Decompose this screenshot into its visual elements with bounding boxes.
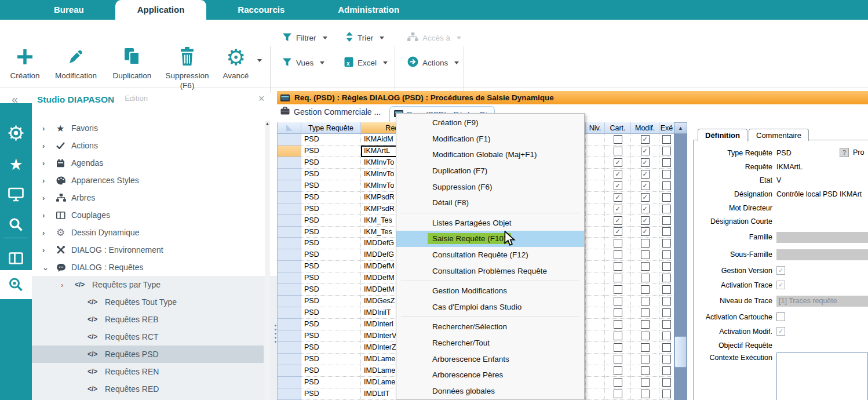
checkbox-modif[interactable] (641, 355, 650, 363)
cell-exe[interactable] (659, 157, 674, 169)
checkbox-modif[interactable] (641, 343, 650, 352)
table-scrollbar[interactable]: ▲ (674, 122, 687, 400)
checkbox-exe[interactable] (662, 193, 671, 202)
checkbox-modif[interactable] (641, 239, 650, 248)
cell-niv[interactable] (586, 249, 605, 261)
checkbox-modif[interactable] (641, 170, 650, 179)
checkbox-cart[interactable] (614, 239, 622, 248)
cell-cart[interactable] (605, 169, 631, 180)
scroll-up-icon[interactable]: ▲ (674, 122, 687, 134)
cell-niv[interactable] (586, 307, 605, 319)
cell-type-requete[interactable]: PSD (301, 203, 361, 215)
row-selector[interactable] (278, 157, 301, 169)
cell-type-requete[interactable]: PSD (301, 157, 361, 169)
checkbox-modif[interactable] (641, 332, 650, 340)
cell-type-requete[interactable]: PSD (301, 377, 361, 388)
cell-exe[interactable] (659, 146, 674, 157)
cell-modif[interactable] (631, 307, 659, 319)
checkbox-exe[interactable] (662, 390, 671, 398)
cell-type-requete[interactable]: PSD (301, 296, 361, 307)
cell-niv[interactable] (586, 157, 605, 169)
chevron-right-icon[interactable]: › (32, 281, 75, 289)
cell-modif[interactable] (631, 272, 659, 284)
column-header-cart[interactable]: Cart. (605, 122, 631, 134)
cell-niv[interactable] (586, 365, 605, 377)
cell-exe[interactable] (659, 284, 674, 296)
cell-cart[interactable] (605, 215, 631, 227)
cell-cart[interactable] (605, 307, 631, 319)
menu-item-arborescence-peres[interactable]: Arborescence Pères (396, 367, 584, 383)
chevron-right-icon[interactable]: › (32, 176, 56, 185)
actions-button[interactable]: Actions (407, 56, 459, 69)
menu-item-consultation-problemes-requete[interactable]: Consultation Problèmes Requête (396, 263, 584, 279)
modification-button[interactable]: Modification (48, 44, 104, 81)
checkbox-cart[interactable] (614, 355, 622, 363)
cell-exe[interactable] (659, 215, 674, 227)
cell-niv[interactable] (586, 354, 605, 365)
trier-button[interactable]: Trier (345, 31, 384, 44)
rail-search-location-icon[interactable] (0, 270, 32, 299)
column-header-niv[interactable]: Niv. (586, 122, 605, 134)
checkbox-exe[interactable] (662, 250, 671, 259)
menu-item-modification-globale-maj-f1[interactable]: Modification Globale (Maj+F1) (396, 147, 584, 163)
checkbox-cart[interactable] (614, 274, 622, 282)
checkbox-exe[interactable] (662, 216, 671, 225)
menu-item-listes-partagees-objet[interactable]: Listes Partagées Objet (396, 215, 584, 231)
checkbox-cart[interactable] (614, 308, 622, 317)
sidebar-item-dialog-environnement[interactable]: › DIALOG : Environnement (32, 241, 264, 259)
chevron-right-icon[interactable]: › (32, 141, 56, 150)
cell-exe[interactable] (659, 388, 674, 400)
sidebar-item-requetes-ren[interactable]: </> Requêtes REN (32, 363, 264, 380)
cell-type-requete[interactable]: PSD (301, 319, 361, 330)
cell-cart[interactable] (605, 377, 631, 388)
checkbox-exe[interactable] (662, 181, 671, 190)
menu-item-duplication-f7[interactable]: Duplication (F7) (396, 163, 584, 179)
cell-cart[interactable] (605, 296, 631, 307)
cell-type-requete[interactable]: PSD (301, 134, 361, 146)
cell-niv[interactable] (586, 330, 605, 342)
cell-niv[interactable] (586, 377, 605, 388)
checkbox-exe[interactable] (662, 158, 671, 167)
row-selector[interactable] (278, 134, 301, 146)
checkbox-exe[interactable] (662, 262, 671, 271)
cell-niv[interactable] (586, 192, 605, 203)
menu-item-saisie-requete-f10[interactable]: Saisie Requête (F10) (396, 231, 584, 247)
cell-exe[interactable] (659, 238, 674, 249)
checkbox-cart[interactable] (614, 250, 622, 259)
menu-item-consultation-requete-f12[interactable]: Consultation Requête (F12) (396, 247, 584, 263)
checkbox-exe[interactable] (662, 343, 671, 352)
checkbox-cart[interactable] (614, 135, 622, 144)
cell-niv[interactable] (586, 203, 605, 215)
checkbox-cart[interactable] (614, 332, 622, 340)
tab-commentaire[interactable]: Commentaire (749, 129, 809, 141)
row-selector[interactable] (278, 319, 301, 330)
checkbox-exe[interactable] (662, 227, 671, 236)
cell-exe[interactable] (659, 307, 674, 319)
suppression-button[interactable]: Suppression (F6) (161, 44, 213, 90)
cell-niv[interactable] (586, 319, 605, 330)
menu-item-creation-f9[interactable]: Création (F9) (396, 115, 584, 131)
checkbox-exe[interactable] (662, 205, 671, 213)
checkbox-cart[interactable] (614, 147, 622, 155)
cell-cart[interactable] (605, 192, 631, 203)
sidebar-item-apparences-styles[interactable]: › Apparences Styles (32, 172, 264, 189)
row-selector[interactable] (278, 261, 301, 272)
menu-item-cas-d-emploi-dans-studio[interactable]: Cas d'Emploi dans Studio (396, 299, 584, 315)
cell-cart[interactable] (605, 365, 631, 377)
filtrer-button[interactable]: Filtrer (282, 31, 327, 44)
checkbox-exe[interactable] (662, 297, 671, 306)
row-selector[interactable] (278, 192, 301, 203)
menu-item-donnees-globales[interactable]: Données globales (396, 383, 584, 399)
sidebar-item-requetes-tout-type[interactable]: </> Requêtes Tout Type (32, 293, 264, 311)
checkbox-modif[interactable] (641, 147, 650, 155)
sidebar-item-couplages[interactable]: › Couplages (32, 206, 264, 224)
chevron-right-icon[interactable]: › (32, 124, 56, 133)
help-button[interactable]: ? (840, 148, 849, 157)
menu-item-detail-f8[interactable]: Détail (F8) (396, 195, 584, 211)
checkbox-modif[interactable] (641, 274, 650, 282)
row-selector[interactable] (278, 203, 301, 215)
cell-niv[interactable] (586, 272, 605, 284)
cell-niv[interactable] (586, 180, 605, 192)
cell-type-requete[interactable]: PSD (301, 261, 361, 272)
menu-tab-bureau[interactable]: Bureau (32, 0, 106, 20)
